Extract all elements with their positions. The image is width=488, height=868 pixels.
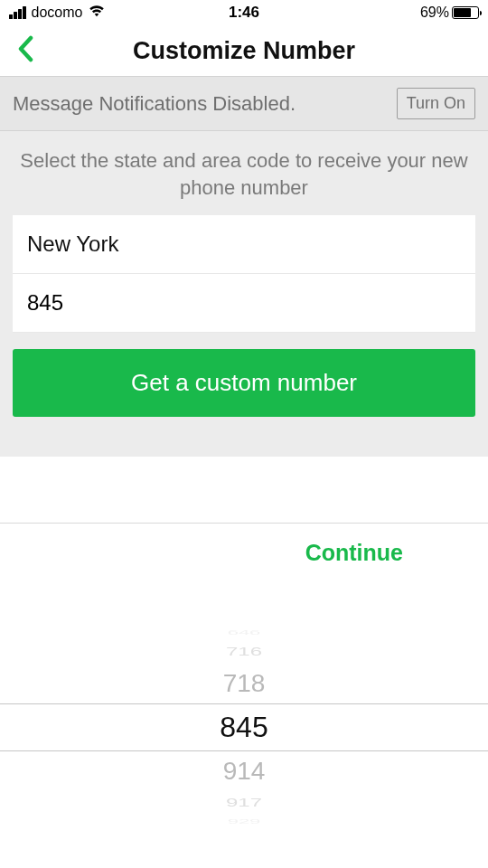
picker-item[interactable]: 929 (0, 820, 488, 825)
carrier-label: docomo (32, 5, 83, 21)
state-field[interactable]: New York (13, 215, 475, 274)
clock: 1:46 (229, 4, 259, 22)
instructions-text: Select the state and area code to receiv… (13, 147, 475, 201)
picker-item[interactable]: 716 (0, 646, 488, 658)
battery-icon (452, 6, 479, 19)
picker-toolbar: Continue (0, 523, 488, 582)
picker-item[interactable]: 845 (0, 703, 488, 751)
turn-on-button[interactable]: Turn On (397, 88, 475, 119)
picker-item[interactable]: 646 (0, 631, 488, 636)
area-code-input[interactable] (27, 290, 461, 316)
state-value: New York (27, 231, 118, 256)
back-button[interactable] (11, 30, 40, 71)
picker-item[interactable]: 917 (0, 797, 488, 809)
picker-item[interactable]: 914 (0, 751, 488, 791)
picker-item[interactable]: 718 (0, 664, 488, 703)
form-area: Select the state and area code to receiv… (0, 131, 488, 457)
banner-message: Message Notifications Disabled. (13, 92, 296, 116)
get-number-button[interactable]: Get a custom number (13, 349, 475, 417)
area-code-picker[interactable]: 646716718845914917929 (0, 582, 488, 868)
signal-icon (9, 6, 26, 19)
nav-bar: Customize Number (0, 25, 488, 76)
area-code-field[interactable] (13, 274, 475, 333)
continue-button[interactable]: Continue (305, 540, 403, 566)
chevron-left-icon (16, 35, 34, 62)
page-title: Customize Number (133, 37, 355, 65)
wifi-icon (88, 4, 106, 22)
notification-banner: Message Notifications Disabled. Turn On (0, 76, 488, 131)
picker-panel: Continue 646716718845914917929 (0, 523, 488, 868)
status-bar: docomo 1:46 69% (0, 0, 488, 25)
battery-percent: 69% (420, 5, 449, 21)
